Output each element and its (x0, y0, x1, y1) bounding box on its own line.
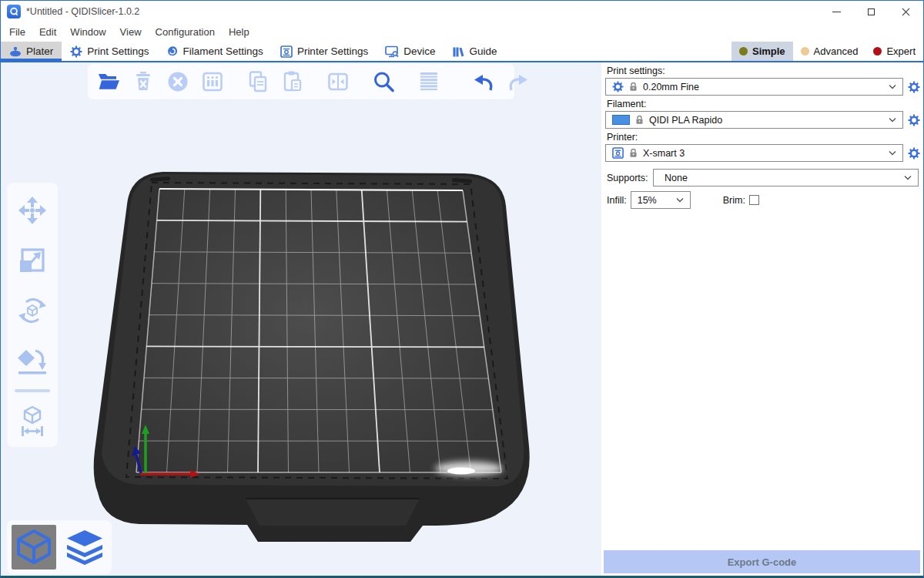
measure-button[interactable] (17, 405, 48, 436)
maximize-button[interactable] (854, 1, 889, 22)
scale-button[interactable] (17, 245, 48, 276)
export-gcode-button[interactable]: Export G-code (604, 550, 920, 573)
measure-icon (17, 405, 48, 436)
app-logo-icon (7, 5, 21, 18)
copy-icon (246, 69, 270, 94)
tab-label: Filament Settings (183, 45, 263, 57)
expert-mode-dot-icon (873, 47, 882, 55)
gear-icon (908, 81, 920, 93)
undo-button[interactable] (470, 69, 497, 95)
mode-advanced[interactable]: Advanced (793, 42, 866, 61)
minimize-icon (832, 12, 841, 12)
open-folder-icon (96, 69, 121, 94)
mode-label: Expert (886, 45, 916, 57)
move-button[interactable] (17, 195, 48, 226)
tab-print-settings[interactable]: Print Settings (62, 42, 157, 61)
tab-bar: Plater Print Settings Filament Settings … (1, 42, 923, 62)
split-to-objects-button[interactable] (325, 69, 351, 95)
filament-gear-button[interactable] (908, 114, 920, 126)
delete-all-icon (166, 69, 190, 94)
redo-icon (506, 69, 531, 94)
3d-cube-icon (16, 529, 52, 566)
printer-gear-button[interactable] (908, 147, 920, 160)
tab-device[interactable]: Device (377, 42, 444, 61)
preview-layers-view-button[interactable] (62, 525, 107, 570)
title-bar: *Untitled - QIDISlicer-1.0.2 (1, 1, 923, 22)
supports-combo[interactable]: None (653, 169, 919, 187)
gear-icon (908, 147, 920, 160)
tab-label: Guide (469, 45, 497, 57)
mode-expert[interactable]: Expert (865, 42, 923, 61)
infill-combo[interactable]: 15% (631, 191, 691, 209)
menu-item-file[interactable]: File (2, 26, 32, 38)
move-icon (17, 195, 48, 226)
infill-value: 15% (638, 195, 671, 206)
top-toolbar (88, 64, 514, 99)
delete-button[interactable] (130, 69, 156, 95)
printer-label: Printer: (607, 132, 920, 143)
scale-icon (17, 245, 48, 276)
filament-combo[interactable]: QIDI PLA Rapido (605, 111, 903, 129)
trash-icon (131, 69, 156, 94)
app-window: *Untitled - QIDISlicer-1.0.2 File Edit W… (0, 0, 924, 578)
menu-item-window[interactable]: Window (63, 26, 112, 38)
copy-button[interactable] (245, 69, 271, 95)
guide-icon (452, 45, 464, 58)
printer-combo[interactable]: X-smart 3 (605, 144, 903, 162)
lock-icon (629, 82, 638, 92)
gizmo-toolbar (7, 183, 58, 447)
filament-value: QIDI PLA Rapido (649, 115, 883, 126)
filament-label: Filament: (607, 99, 920, 109)
tab-printer-settings[interactable]: Printer Settings (272, 42, 377, 61)
brim-label: Brim: (723, 195, 745, 206)
tab-guide[interactable]: Guide (444, 42, 505, 61)
open-button[interactable] (95, 69, 122, 95)
chevron-down-icon (904, 176, 912, 180)
filament-icon (166, 45, 179, 58)
redo-button[interactable] (505, 69, 531, 95)
menu-item-configuration[interactable]: Configuration (149, 26, 222, 38)
simple-mode-dot-icon (739, 47, 748, 55)
arrange-button[interactable] (199, 69, 226, 95)
delete-all-button[interactable] (165, 69, 191, 95)
arrange-icon (200, 69, 225, 94)
brim-checkbox[interactable] (749, 195, 759, 205)
print-settings-combo[interactable]: 0.20mm Fine (605, 78, 903, 96)
mode-simple[interactable]: Simple (732, 42, 793, 61)
tab-filament-settings[interactable]: Filament Settings (158, 42, 272, 61)
printer-value: X-smart 3 (643, 148, 883, 159)
viewport-3d[interactable] (1, 62, 601, 576)
gear-icon (70, 45, 82, 58)
close-button[interactable] (889, 1, 923, 22)
advanced-mode-dot-icon (801, 47, 809, 55)
lock-icon (635, 115, 644, 125)
search-button[interactable] (370, 69, 397, 95)
gear-icon (612, 81, 624, 92)
plater-icon (9, 45, 22, 58)
menu-item-view[interactable]: View (113, 26, 149, 38)
variable-layer-height-button[interactable] (416, 69, 442, 95)
place-on-face-button[interactable] (17, 345, 48, 376)
settings-panel: Print settings: 0.20mm Fine Filament: QI… (601, 62, 923, 576)
window-title: *Untitled - QIDISlicer-1.0.2 (26, 6, 139, 17)
print-settings-gear-button[interactable] (908, 81, 920, 93)
3d-editor-view-button[interactable] (12, 525, 56, 570)
supports-value: None (665, 173, 899, 183)
close-icon (902, 8, 910, 16)
paste-icon (280, 69, 305, 94)
gizmo-divider (15, 389, 50, 392)
mode-label: Simple (752, 45, 785, 57)
tab-label: Printer Settings (297, 45, 368, 57)
paste-button[interactable] (280, 69, 306, 95)
layers-stack-icon (65, 529, 104, 566)
tab-plater[interactable]: Plater (1, 42, 62, 61)
rotate-button[interactable] (17, 295, 48, 326)
rotate-icon (17, 295, 48, 326)
chevron-down-icon (676, 198, 684, 203)
minimize-button[interactable] (819, 1, 854, 22)
menu-item-edit[interactable]: Edit (32, 26, 63, 38)
menu-item-help[interactable]: Help (222, 26, 256, 38)
tab-label: Print Settings (87, 45, 149, 57)
printer-icon (280, 45, 293, 58)
search-icon (371, 69, 396, 94)
